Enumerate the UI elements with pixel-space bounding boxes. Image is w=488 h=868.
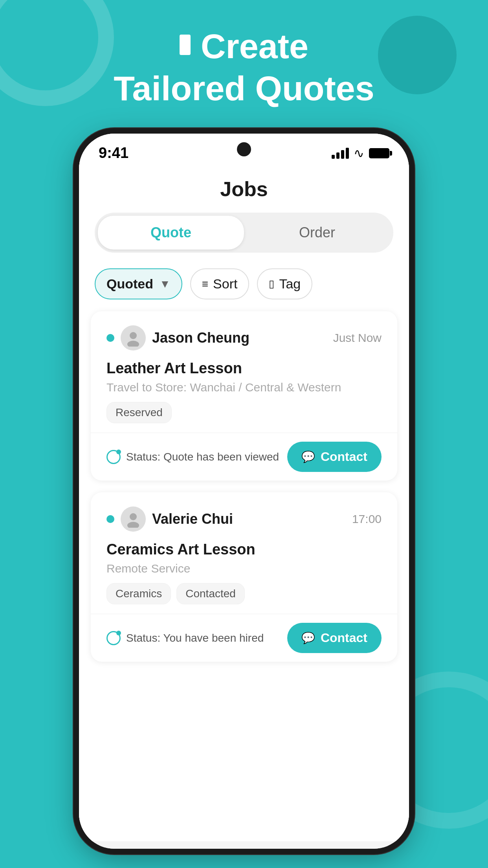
tag-contacted: Contacted xyxy=(176,583,245,604)
svg-point-0 xyxy=(130,332,137,339)
tab-order[interactable]: Order xyxy=(244,216,390,250)
phone-screen: 9:41 ∿ Jobs Quote Order xyxy=(79,134,409,849)
job-1-title: Leather Art Lesson xyxy=(106,360,382,377)
filter-dropdown[interactable]: Quoted ▼ xyxy=(95,268,182,299)
job-1-status-text: Status: Quote has been viewed xyxy=(126,451,279,463)
job-2-status: Status: You have been hired xyxy=(106,631,264,645)
filter-bar: Quoted ▼ ≡ Sort ▯ Tag xyxy=(79,264,409,311)
header-title-line2: Tailored Quotes xyxy=(31,70,457,108)
svg-point-1 xyxy=(127,341,139,347)
app-content: Jobs Quote Order Quoted ▼ ≡ Sort ▯ Tag xyxy=(79,161,409,841)
sort-button[interactable]: ≡ Sort xyxy=(190,268,250,299)
page-title: Jobs xyxy=(79,161,409,213)
header-area: Create Tailored Quotes xyxy=(0,28,488,108)
job-2-contact-button[interactable]: 💬 Contact xyxy=(287,623,382,653)
job-2-user-info: Valerie Chui xyxy=(106,506,233,532)
svg-point-3 xyxy=(127,522,139,528)
job-card-2-body: Valerie Chui 17:00 Ceramics Art Lesson R… xyxy=(91,492,397,614)
phone-frame: 9:41 ∿ Jobs Quote Order xyxy=(79,134,409,849)
job-2-subtitle: Remote Service xyxy=(106,562,382,575)
sort-label: Sort xyxy=(213,276,237,292)
person-icon xyxy=(125,329,142,347)
job-2-footer: Status: You have been hired 💬 Contact xyxy=(91,614,397,662)
tab-quote[interactable]: Quote xyxy=(98,216,244,250)
chat-icon-1: 💬 xyxy=(301,450,315,463)
job-2-online-dot xyxy=(106,515,114,523)
job-card-1: Jason Cheung Just Now Leather Art Lesson… xyxy=(91,311,397,481)
job-1-tags: Reserved xyxy=(106,402,382,423)
person-icon-2 xyxy=(125,510,142,528)
tag-button[interactable]: ▯ Tag xyxy=(257,268,312,299)
tag-reserved: Reserved xyxy=(106,402,172,423)
chat-icon-2: 💬 xyxy=(301,631,315,644)
wifi-icon: ∿ xyxy=(354,146,364,161)
tag-label: Tag xyxy=(279,276,301,292)
job-2-user-name: Valerie Chui xyxy=(152,511,233,527)
job-card-1-header: Jason Cheung Just Now xyxy=(106,325,382,351)
status-icons: ∿ xyxy=(332,146,389,161)
tag-ceramics: Ceramics xyxy=(106,583,171,604)
filter-dropdown-label: Quoted xyxy=(106,276,153,292)
tab-switcher: Quote Order xyxy=(95,213,393,253)
sort-icon: ≡ xyxy=(202,278,208,290)
job-1-user-info: Jason Cheung xyxy=(106,325,250,351)
job-1-status: Status: Quote has been viewed xyxy=(106,450,279,464)
svg-point-2 xyxy=(130,513,137,520)
job-1-subtitle: Travel to Store: Wanchai / Central & Wes… xyxy=(106,381,382,394)
battery-icon xyxy=(369,148,389,158)
job-card-2-header: Valerie Chui 17:00 xyxy=(106,506,382,532)
job-1-time: Just Now xyxy=(333,331,382,345)
job-1-contact-label: Contact xyxy=(321,450,367,464)
document-icon xyxy=(180,35,191,55)
header-title-line1: Create xyxy=(201,28,308,66)
job-2-tags: Ceramics Contacted xyxy=(106,583,382,604)
job-2-avatar xyxy=(121,506,146,532)
job-2-contact-label: Contact xyxy=(321,631,367,645)
status-time: 9:41 xyxy=(99,145,128,161)
jobs-list: Jason Cheung Just Now Leather Art Lesson… xyxy=(79,311,409,673)
camera-notch xyxy=(237,142,251,156)
job-card-1-body: Jason Cheung Just Now Leather Art Lesson… xyxy=(91,311,397,433)
status-refresh-icon-1 xyxy=(106,450,121,464)
job-card-2: Valerie Chui 17:00 Ceramics Art Lesson R… xyxy=(91,492,397,662)
job-1-avatar xyxy=(121,325,146,351)
job-1-footer: Status: Quote has been viewed 💬 Contact xyxy=(91,433,397,481)
job-2-time: 17:00 xyxy=(352,512,382,526)
job-2-title: Ceramics Art Lesson xyxy=(106,541,382,558)
tag-icon: ▯ xyxy=(269,278,274,290)
signal-icon xyxy=(332,148,349,159)
job-2-status-text: Status: You have been hired xyxy=(126,632,264,644)
job-1-user-name: Jason Cheung xyxy=(152,330,250,346)
job-1-online-dot xyxy=(106,334,114,342)
status-refresh-icon-2 xyxy=(106,631,121,645)
job-1-contact-button[interactable]: 💬 Contact xyxy=(287,442,382,472)
chevron-down-icon: ▼ xyxy=(160,278,171,290)
